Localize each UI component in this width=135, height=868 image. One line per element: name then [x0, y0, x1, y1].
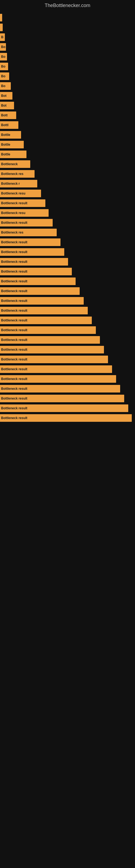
bar-label-26: Bottleneck result: [1, 270, 27, 273]
bar-label-14: Bottle: [1, 152, 10, 156]
bar-row: Bottleneck result: [0, 219, 135, 226]
bar-label-9: Bot: [1, 104, 6, 107]
bar-row: Bottle: [0, 151, 135, 158]
bar-label-40: Bottleneck result: [1, 406, 27, 410]
bar-label-30: Bottleneck result: [1, 309, 27, 312]
bar-label-5: Bo: [1, 65, 5, 68]
bar-18: Bottleneck resu: [0, 190, 41, 197]
bar-row: Bottleneck result: [0, 297, 135, 305]
bar-label-10: Bott: [1, 113, 8, 117]
bar-label-36: Bottleneck result: [1, 367, 27, 371]
bar-0: [0, 14, 2, 22]
bar-1: [0, 24, 3, 31]
bar-label-41: Bottleneck result: [1, 416, 27, 420]
bar-38: Bottleneck result: [0, 385, 120, 393]
bar-row: Bottleneck result: [0, 395, 135, 402]
bar-label-27: Bottleneck result: [1, 279, 27, 283]
bar-9: Bot: [0, 102, 14, 109]
bar-28: Bottleneck result: [0, 287, 80, 295]
bar-label-15: Bottleneck: [1, 162, 17, 166]
bar-5: Bo: [0, 63, 8, 70]
bar-label-6: Bo: [1, 74, 5, 78]
bar-34: Bottleneck result: [0, 346, 104, 353]
bar-row: Bot: [0, 92, 135, 99]
bar-row: Bottleneck result: [0, 307, 135, 314]
bar-row: Bottleneck result: [0, 316, 135, 324]
bar-row: Bott: [0, 112, 135, 119]
bar-36: Bottleneck result: [0, 365, 112, 373]
bar-25: Bottleneck result: [0, 258, 68, 266]
bar-33: Bottleneck result: [0, 336, 100, 344]
bar-label-37: Bottleneck result: [1, 377, 27, 381]
bar-label-23: Bottleneck result: [1, 240, 27, 244]
bar-row: Bottleneck result: [0, 404, 135, 412]
bar-label-35: Bottleneck result: [1, 358, 27, 361]
bar-row: Bottleneck r: [0, 180, 135, 187]
bar-label-34: Bottleneck result: [1, 348, 27, 351]
bar-label-4: Bo: [1, 55, 5, 59]
bar-row: Bottleneck: [0, 160, 135, 168]
bar-label-28: Bottleneck result: [1, 289, 27, 293]
bar-label-16: Bottleneck res: [1, 172, 24, 176]
bar-31: Bottleneck result: [0, 316, 92, 324]
bar-40: Bottleneck result: [0, 404, 128, 412]
bar-row: Bottleneck result: [0, 355, 135, 363]
bar-26: Bottleneck result: [0, 268, 72, 275]
bar-row: Bot: [0, 102, 135, 109]
bar-label-17: Bottleneck r: [1, 182, 20, 186]
bar-label-24: Bottleneck result: [1, 250, 27, 254]
bar-label-18: Bottleneck resu: [1, 191, 26, 195]
bar-row: Bo: [0, 72, 135, 80]
bar-19: Bottleneck result: [0, 199, 45, 207]
bar-15: Bottleneck: [0, 160, 30, 168]
bar-2: B: [0, 33, 5, 41]
bar-37: Bottleneck result: [0, 375, 116, 383]
bar-24: Bottleneck result: [0, 248, 64, 256]
bar-14: Bottle: [0, 151, 27, 158]
bar-row: Bottleneck result: [0, 278, 135, 285]
bar-row: Bottleneck res: [0, 229, 135, 236]
bar-label-38: Bottleneck result: [1, 387, 27, 391]
bar-row: [0, 24, 135, 31]
bar-row: Bottleneck result: [0, 414, 135, 422]
bar-label-7: Bo: [1, 84, 5, 88]
bar-row: Bottleneck result: [0, 258, 135, 266]
bar-6: Bo: [0, 72, 9, 80]
bar-label-32: Bottleneck result: [1, 328, 27, 332]
bar-label-33: Bottleneck result: [1, 338, 27, 342]
bar-row: Bottleneck result: [0, 375, 135, 383]
bar-label-31: Bottleneck result: [1, 318, 27, 322]
bar-21: Bottleneck result: [0, 219, 53, 226]
bar-11: Bottl: [0, 121, 18, 129]
bar-label-29: Bottleneck result: [1, 299, 27, 303]
bar-row: Bottleneck result: [0, 248, 135, 256]
bar-16: Bottleneck res: [0, 170, 35, 178]
bar-10: Bott: [0, 112, 16, 119]
bar-17: Bottleneck r: [0, 180, 37, 187]
bar-label-39: Bottleneck result: [1, 397, 27, 400]
bar-22: Bottleneck res: [0, 229, 57, 236]
bar-row: B: [0, 33, 135, 41]
bar-label-2: B: [1, 35, 3, 39]
bar-41: Bottleneck result: [0, 414, 132, 422]
bar-27: Bottleneck result: [0, 278, 76, 285]
bar-row: Bottleneck result: [0, 287, 135, 295]
bar-label-21: Bottleneck result: [1, 221, 27, 225]
bar-row: Bottleneck result: [0, 199, 135, 207]
bar-row: Bottleneck result: [0, 346, 135, 353]
bar-label-8: Bot: [1, 94, 6, 98]
bar-row: Bottleneck resu: [0, 190, 135, 197]
bar-3: Bo: [0, 43, 6, 51]
bar-row: Bo: [0, 63, 135, 70]
bar-row: Bo: [0, 53, 135, 61]
bars-container: BBoBoBoBoBoBotBotBottBottlBottleBottleBo…: [0, 12, 135, 425]
bar-row: Bottleneck result: [0, 326, 135, 334]
bar-7: Bo: [0, 82, 11, 90]
bar-20: Bottleneck resu: [0, 209, 49, 217]
site-title: TheBottlenecker.com: [0, 0, 135, 12]
bar-row: [0, 14, 135, 22]
bar-label-12: Bottle: [1, 133, 10, 137]
bar-row: Bottleneck result: [0, 365, 135, 373]
bar-label-19: Bottleneck result: [1, 201, 27, 205]
bar-39: Bottleneck result: [0, 395, 124, 402]
